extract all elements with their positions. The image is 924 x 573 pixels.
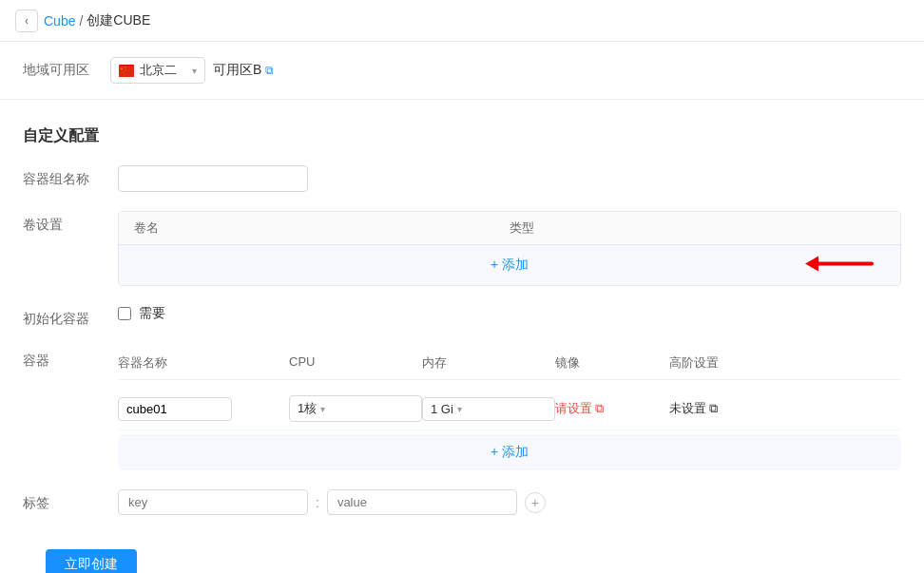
container-row-form: 容器 容器名称 CPU 内存 镜像 高阶设置 <box>23 347 901 470</box>
back-button[interactable]: ‹ <box>15 10 38 32</box>
init-container-checkbox-label: 需要 <box>139 305 165 322</box>
volume-add-row[interactable]: + 添加 <box>119 245 900 285</box>
region-text: 北京二 <box>140 62 177 79</box>
breadcrumb-current: 创建CUBE <box>87 12 150 29</box>
breadcrumb-separator: / <box>79 13 83 29</box>
container-data-row: 1核 ▾ 1 Gi ▾ 请设置 <box>118 388 901 430</box>
header-bar: ‹ Cube / 创建CUBE <box>0 0 924 42</box>
cpu-select[interactable]: 1核 ▾ <box>289 395 422 422</box>
tag-separator: : <box>316 495 319 510</box>
volume-add-text: + 添加 <box>491 257 529 274</box>
container-name-input[interactable] <box>118 397 232 421</box>
container-mem-cell: 1 Gi ▾ <box>422 397 555 421</box>
back-icon: ‹ <box>25 14 29 28</box>
container-label: 容器 <box>23 347 118 370</box>
mem-select[interactable]: 1 Gi ▾ <box>422 397 555 421</box>
container-name-cell <box>118 397 289 421</box>
tag-value-input[interactable] <box>327 489 517 515</box>
add-tag-icon: + <box>531 495 539 510</box>
vol-col-type: 类型 <box>510 220 885 237</box>
add-tag-button[interactable]: + <box>525 492 546 513</box>
top-section: 地域可用区 北京二 ▾ 可用区B <box>0 42 924 100</box>
tags-control: : + <box>118 489 901 515</box>
init-container-checkbox-row: 需要 <box>118 305 901 322</box>
volume-table: 卷名 类型 + 添加 <box>118 211 901 286</box>
tags-form-row: 标签 : + <box>23 489 901 515</box>
container-add-row[interactable]: + 添加 <box>118 434 901 470</box>
col-advanced: 高阶设置 <box>669 354 783 372</box>
vol-col-name: 卷名 <box>134 220 510 237</box>
container-cpu-cell: 1核 ▾ <box>289 395 422 422</box>
region-select[interactable]: 北京二 ▾ <box>110 57 205 84</box>
breadcrumb: Cube / 创建CUBE <box>44 12 150 29</box>
cpu-value: 1核 <box>298 400 317 417</box>
image-link-text: 请设置 <box>555 400 592 417</box>
advanced-link[interactable]: 未设置 ⧉ <box>669 400 783 417</box>
available-zone-text: 可用区B <box>213 62 261 79</box>
advanced-link-text: 未设置 <box>669 400 706 417</box>
custom-config-section: 自定义配置 容器组名称 卷设置 卷名 类型 + 添加 <box>0 107 924 573</box>
container-advanced-cell: 未设置 ⧉ <box>669 400 783 417</box>
image-external-icon: ⧉ <box>595 401 604 416</box>
init-container-row: 初始化容器 需要 <box>23 305 901 328</box>
mem-value: 1 Gi <box>431 402 453 416</box>
region-label: 地域可用区 <box>23 62 99 79</box>
container-table-header: 容器名称 CPU 内存 镜像 高阶设置 <box>118 347 901 380</box>
section-title: 自定义配置 <box>23 126 901 146</box>
cpu-chevron-icon: ▾ <box>320 404 325 414</box>
container-image-cell: 请设置 ⧉ <box>555 400 669 417</box>
svg-rect-0 <box>119 66 134 77</box>
init-container-checkbox[interactable] <box>118 307 131 320</box>
tags-row: : + <box>118 489 901 515</box>
arrow-indicator <box>805 250 881 281</box>
init-container-label: 初始化容器 <box>23 305 118 328</box>
region-select-wrap: 北京二 ▾ 可用区B ⧉ <box>110 57 274 84</box>
china-flag-icon <box>119 65 134 76</box>
bottom-btn-area: 立即创建 <box>23 534 901 573</box>
container-table: 容器名称 CPU 内存 镜像 高阶设置 1核 ▾ <box>118 347 901 470</box>
chevron-down-icon: ▾ <box>192 66 197 76</box>
volume-table-header: 卷名 类型 <box>119 212 900 245</box>
init-container-control: 需要 <box>118 305 901 322</box>
container-group-name-row: 容器组名称 <box>23 165 901 192</box>
available-zone: 可用区B ⧉ <box>213 62 274 79</box>
volume-label: 卷设置 <box>23 211 118 234</box>
submit-button[interactable]: 立即创建 <box>46 549 137 573</box>
submit-label: 立即创建 <box>65 556 118 571</box>
tag-key-input[interactable] <box>118 489 308 515</box>
advanced-external-icon: ⧉ <box>709 401 718 416</box>
image-link[interactable]: 请设置 ⧉ <box>555 400 669 417</box>
container-group-control <box>118 165 901 192</box>
volume-settings-row: 卷设置 卷名 类型 + 添加 <box>23 211 901 286</box>
svg-marker-7 <box>805 257 818 272</box>
container-group-input[interactable] <box>118 165 308 192</box>
container-control: 容器名称 CPU 内存 镜像 高阶设置 1核 ▾ <box>118 347 901 470</box>
breadcrumb-root[interactable]: Cube <box>44 13 75 29</box>
container-add-text: + 添加 <box>491 444 529 461</box>
volume-control: 卷名 类型 + 添加 <box>118 211 901 286</box>
mem-chevron-icon: ▾ <box>457 404 462 414</box>
col-cpu: CPU <box>289 354 422 372</box>
tags-label: 标签 <box>23 489 118 512</box>
main-content: 地域可用区 北京二 ▾ 可用区B <box>0 42 924 573</box>
col-mem: 内存 <box>422 354 555 372</box>
col-container-name: 容器名称 <box>118 354 289 372</box>
external-link-icon[interactable]: ⧉ <box>265 64 274 77</box>
col-image: 镜像 <box>555 354 669 372</box>
container-group-label: 容器组名称 <box>23 165 118 188</box>
